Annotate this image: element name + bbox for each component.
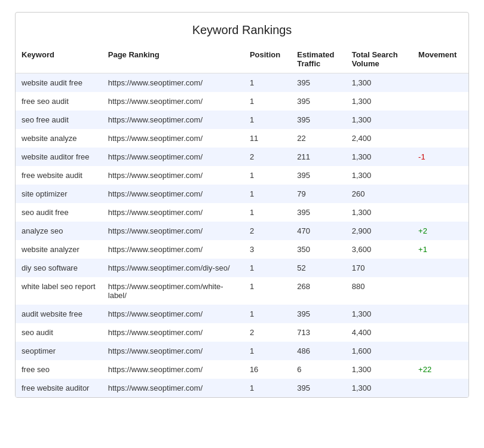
cell-keyword: website audit free bbox=[16, 73, 102, 93]
table-row: seo audit https://www.seoptimer.com/ 2 7… bbox=[16, 323, 468, 342]
cell-volume: 170 bbox=[346, 259, 412, 277]
col-header-page: Page Ranking bbox=[102, 45, 244, 73]
cell-position: 2 bbox=[244, 222, 291, 240]
cell-page: https://www.seoptimer.com/ bbox=[102, 111, 244, 129]
cell-movement: -1 bbox=[412, 148, 468, 166]
table-body: website audit free https://www.seoptimer… bbox=[16, 73, 468, 398]
cell-keyword: white label seo report bbox=[16, 277, 102, 305]
table-row: free website auditor https://www.seoptim… bbox=[16, 379, 468, 397]
cell-movement bbox=[412, 92, 468, 111]
table-row: seo audit free https://www.seoptimer.com… bbox=[16, 203, 468, 222]
cell-volume: 2,900 bbox=[346, 222, 412, 240]
cell-page: https://www.seoptimer.com/ bbox=[102, 166, 244, 185]
cell-volume: 1,600 bbox=[346, 342, 412, 360]
cell-page: https://www.seoptimer.com/ bbox=[102, 73, 244, 93]
cell-position: 1 bbox=[244, 92, 291, 111]
cell-keyword: audit website free bbox=[16, 305, 102, 323]
cell-page: https://www.seoptimer.com/ bbox=[102, 305, 244, 323]
cell-page: https://www.seoptimer.com/white-label/ bbox=[102, 277, 244, 305]
cell-position: 1 bbox=[244, 111, 291, 129]
table-row: free seo audit https://www.seoptimer.com… bbox=[16, 92, 468, 111]
cell-keyword: website auditor free bbox=[16, 148, 102, 166]
cell-keyword: free seo bbox=[16, 360, 102, 379]
cell-volume: 1,300 bbox=[346, 111, 412, 129]
cell-traffic: 470 bbox=[291, 222, 345, 240]
cell-page: https://www.seoptimer.com/ bbox=[102, 342, 244, 360]
cell-keyword: seo audit bbox=[16, 323, 102, 342]
cell-volume: 1,300 bbox=[346, 379, 412, 397]
cell-movement bbox=[412, 185, 468, 203]
cell-traffic: 268 bbox=[291, 277, 345, 305]
col-header-movement: Movement bbox=[412, 45, 468, 73]
cell-keyword: website analyzer bbox=[16, 240, 102, 259]
cell-movement bbox=[412, 277, 468, 305]
cell-page: https://www.seoptimer.com/ bbox=[102, 185, 244, 203]
cell-traffic: 713 bbox=[291, 323, 345, 342]
cell-position: 2 bbox=[244, 148, 291, 166]
cell-position: 3 bbox=[244, 240, 291, 259]
cell-movement bbox=[412, 166, 468, 185]
cell-volume: 1,300 bbox=[346, 92, 412, 111]
cell-page: https://www.seoptimer.com/ bbox=[102, 92, 244, 111]
cell-position: 1 bbox=[244, 277, 291, 305]
cell-movement bbox=[412, 73, 468, 93]
cell-volume: 260 bbox=[346, 185, 412, 203]
cell-position: 1 bbox=[244, 305, 291, 323]
cell-volume: 1,300 bbox=[346, 360, 412, 379]
cell-movement: +22 bbox=[412, 360, 468, 379]
col-header-position: Position bbox=[244, 45, 291, 73]
table-row: seoptimer https://www.seoptimer.com/ 1 4… bbox=[16, 342, 468, 360]
table-row: website analyze https://www.seoptimer.co… bbox=[16, 129, 468, 148]
cell-volume: 880 bbox=[346, 277, 412, 305]
cell-movement bbox=[412, 111, 468, 129]
cell-movement bbox=[412, 379, 468, 397]
cell-movement: +2 bbox=[412, 222, 468, 240]
cell-keyword: seoptimer bbox=[16, 342, 102, 360]
cell-keyword: seo free audit bbox=[16, 111, 102, 129]
cell-movement bbox=[412, 305, 468, 323]
cell-position: 11 bbox=[244, 129, 291, 148]
cell-page: https://www.seoptimer.com/ bbox=[102, 203, 244, 222]
cell-keyword: free seo audit bbox=[16, 92, 102, 111]
cell-volume: 1,300 bbox=[346, 166, 412, 185]
cell-traffic: 395 bbox=[291, 379, 345, 397]
cell-volume: 3,600 bbox=[346, 240, 412, 259]
cell-volume: 4,400 bbox=[346, 323, 412, 342]
cell-traffic: 395 bbox=[291, 111, 345, 129]
cell-movement bbox=[412, 259, 468, 277]
table-row: website analyzer https://www.seoptimer.c… bbox=[16, 240, 468, 259]
cell-keyword: free website audit bbox=[16, 166, 102, 185]
cell-position: 16 bbox=[244, 360, 291, 379]
cell-page: https://www.seoptimer.com/ bbox=[102, 323, 244, 342]
table-row: website auditor free https://www.seoptim… bbox=[16, 148, 468, 166]
cell-traffic: 22 bbox=[291, 129, 345, 148]
cell-page: https://www.seoptimer.com/ bbox=[102, 240, 244, 259]
page-title: Keyword Rankings bbox=[16, 13, 468, 45]
cell-page: https://www.seoptimer.com/ bbox=[102, 379, 244, 397]
cell-movement bbox=[412, 342, 468, 360]
cell-movement bbox=[412, 323, 468, 342]
cell-position: 1 bbox=[244, 379, 291, 397]
cell-movement: +1 bbox=[412, 240, 468, 259]
table-row: diy seo software https://www.seoptimer.c… bbox=[16, 259, 468, 277]
cell-traffic: 395 bbox=[291, 203, 345, 222]
cell-traffic: 6 bbox=[291, 360, 345, 379]
cell-traffic: 395 bbox=[291, 73, 345, 93]
col-header-volume: Total Search Volume bbox=[346, 45, 412, 73]
cell-traffic: 211 bbox=[291, 148, 345, 166]
cell-volume: 1,300 bbox=[346, 203, 412, 222]
cell-position: 2 bbox=[244, 323, 291, 342]
cell-position: 1 bbox=[244, 73, 291, 93]
cell-volume: 1,300 bbox=[346, 148, 412, 166]
cell-volume: 1,300 bbox=[346, 73, 412, 93]
cell-keyword: diy seo software bbox=[16, 259, 102, 277]
table-row: audit website free https://www.seoptimer… bbox=[16, 305, 468, 323]
table-row: free website audit https://www.seoptimer… bbox=[16, 166, 468, 185]
table-row: site optimizer https://www.seoptimer.com… bbox=[16, 185, 468, 203]
cell-keyword: seo audit free bbox=[16, 203, 102, 222]
table-row: white label seo report https://www.seopt… bbox=[16, 277, 468, 305]
cell-position: 1 bbox=[244, 259, 291, 277]
cell-traffic: 395 bbox=[291, 305, 345, 323]
cell-volume: 1,300 bbox=[346, 305, 412, 323]
cell-traffic: 395 bbox=[291, 166, 345, 185]
